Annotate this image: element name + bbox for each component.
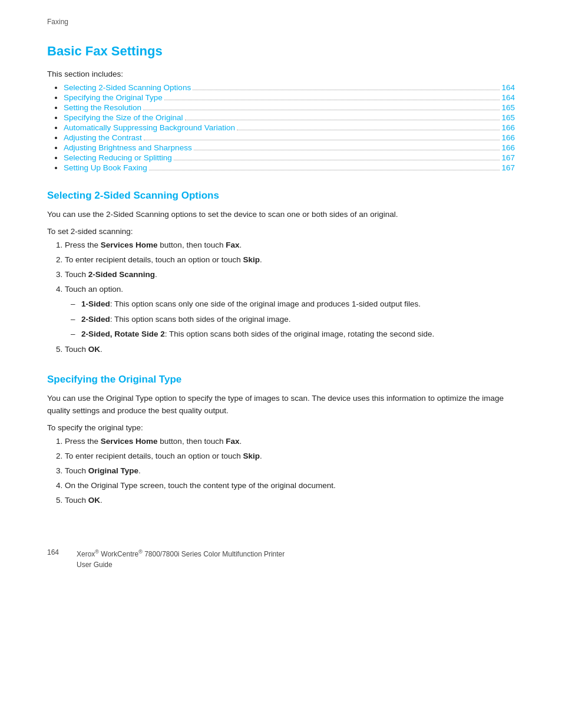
toc-link[interactable]: Selecting 2-Sided Scanning Options (64, 83, 191, 92)
step-item: Touch OK. (65, 495, 515, 507)
section2-title: Specifying the Original Type (47, 374, 515, 386)
step-item: Touch an option.1-Sided: This option sca… (65, 284, 515, 341)
sub-item: 2-Sided, Rotate Side 2: This option scan… (71, 328, 515, 341)
step-item: Touch 2-Sided Scanning. (65, 269, 515, 281)
toc-link[interactable]: Setting the Resolution (64, 103, 141, 112)
section2-body: You can use the Original Type option to … (47, 393, 515, 417)
section2-steps: Press the Services Home button, then tou… (47, 436, 515, 507)
section1-steps: Press the Services Home button, then tou… (47, 239, 515, 356)
step-item: To enter recipient details, touch an opt… (65, 450, 515, 463)
footer-info: Xerox® WorkCentre® Xerox® WorkCentre® 78… (77, 548, 285, 570)
toc-page: 166 (501, 123, 515, 132)
toc-item: Adjusting the Contrast166 (64, 133, 515, 142)
toc-item: Specifying the Size of the Original165 (64, 113, 515, 122)
toc-page: 165 (501, 113, 515, 122)
toc-page: 165 (501, 103, 515, 112)
section1-title: Selecting 2-Sided Scanning Options (47, 190, 515, 202)
toc-page: 167 (501, 153, 515, 162)
footer-line1: Xerox® WorkCentre® Xerox® WorkCentre® 78… (77, 548, 285, 559)
step-item: On the Original Type screen, touch the c… (65, 480, 515, 492)
toc-link[interactable]: Adjusting Brightness and Sharpness (64, 143, 192, 152)
footer-line2: User Guide (77, 559, 285, 570)
toc-item: Automatically Suppressing Background Var… (64, 123, 515, 132)
toc-link[interactable]: Automatically Suppressing Background Var… (64, 123, 235, 132)
toc-page: 166 (501, 133, 515, 142)
toc-link[interactable]: Adjusting the Contrast (64, 133, 142, 142)
toc-link[interactable]: Setting Up Book Faxing (64, 163, 147, 172)
footer-page: 164 (47, 548, 65, 556)
page-title: Basic Fax Settings (47, 44, 515, 59)
toc-item: Setting the Resolution165 (64, 103, 515, 112)
footer: 164 Xerox® WorkCentre® Xerox® WorkCentre… (47, 542, 515, 570)
section1-step-intro: To set 2-sided scanning: (47, 227, 515, 236)
toc-page: 166 (501, 143, 515, 152)
toc-item: Adjusting Brightness and Sharpness166 (64, 143, 515, 152)
toc-page: 164 (501, 93, 515, 102)
toc-item: Setting Up Book Faxing167 (64, 163, 515, 172)
toc-link[interactable]: Specifying the Original Type (64, 93, 163, 102)
step-item: Press the Services Home button, then tou… (65, 239, 515, 252)
toc-list: Selecting 2-Sided Scanning Options164Spe… (47, 83, 515, 172)
section1-body: You can use the 2-Sided Scanning options… (47, 209, 515, 221)
step-item: Press the Services Home button, then tou… (65, 436, 515, 448)
breadcrumb: Faxing (47, 18, 515, 26)
step-item: Touch OK. (65, 344, 515, 356)
step-item: Touch Original Type. (65, 465, 515, 477)
toc-page: 164 (501, 83, 515, 92)
toc-page: 167 (501, 163, 515, 172)
toc-item: Selecting 2-Sided Scanning Options164 (64, 83, 515, 92)
sub-item: 2-Sided: This option scans both sides of… (71, 314, 515, 326)
toc-link[interactable]: Specifying the Size of the Original (64, 113, 183, 122)
toc-item: Selecting Reducing or Splitting167 (64, 153, 515, 162)
toc-intro: This section includes: (47, 70, 515, 78)
sub-item: 1-Sided: This option scans only one side… (71, 298, 515, 311)
toc-item: Specifying the Original Type164 (64, 93, 515, 102)
section2-step-intro: To specify the original type: (47, 423, 515, 432)
step-item: To enter recipient details, touch an opt… (65, 254, 515, 266)
sub-list: 1-Sided: This option scans only one side… (65, 298, 515, 341)
toc-link[interactable]: Selecting Reducing or Splitting (64, 153, 172, 162)
